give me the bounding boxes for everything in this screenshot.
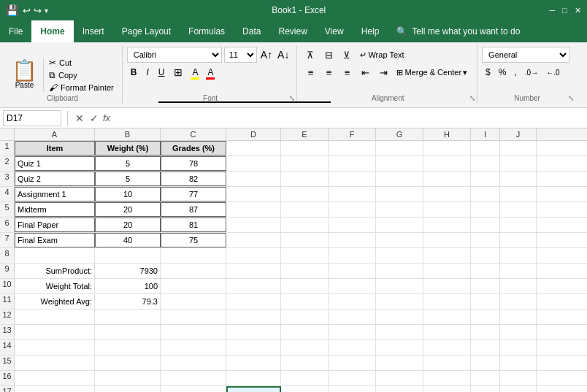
col-header-g[interactable]: G <box>376 128 423 140</box>
cell-d17-selected[interactable] <box>226 386 281 392</box>
font-expand-icon[interactable]: ⤡ <box>289 94 295 102</box>
col-header-b[interactable]: B <box>95 128 161 140</box>
cell-g2[interactable] <box>376 156 423 171</box>
row-number[interactable]: 15 <box>0 356 15 370</box>
menu-file[interactable]: File <box>0 20 31 42</box>
cell-f4[interactable] <box>329 187 376 201</box>
cell-h6[interactable] <box>423 218 471 232</box>
cell-f8[interactable] <box>329 248 376 263</box>
cell-b4[interactable]: 10 <box>95 187 161 201</box>
cell-d9[interactable] <box>226 264 281 278</box>
row-number[interactable]: 2 <box>0 156 15 171</box>
cell-g7[interactable] <box>376 233 423 247</box>
cell-e6[interactable] <box>281 218 329 232</box>
cell-d7[interactable] <box>226 233 281 247</box>
number-format-select[interactable]: General <box>482 47 569 63</box>
minimize-icon[interactable]: ─ <box>550 6 556 15</box>
row-number[interactable]: 14 <box>0 340 15 355</box>
undo-icon[interactable]: ↩ <box>23 5 31 16</box>
paste-button[interactable]: 📋 Paste <box>6 58 44 92</box>
cell-b3[interactable]: 5 <box>95 172 161 186</box>
copy-button[interactable]: ⧉ Copy <box>47 69 116 81</box>
cell-h7[interactable] <box>423 233 471 247</box>
cell-i3[interactable] <box>471 172 500 186</box>
cell-j11[interactable] <box>500 294 537 309</box>
cell-d6[interactable] <box>226 218 281 232</box>
cell-a2[interactable]: Quiz 1 <box>15 156 95 171</box>
cell-j10[interactable] <box>500 279 537 293</box>
cell-d3[interactable] <box>226 172 281 186</box>
cell-b1[interactable]: Weight (%) <box>95 141 161 155</box>
cell-g8[interactable] <box>376 248 423 263</box>
cell-a6[interactable]: Final Paper <box>15 218 95 232</box>
cell-e11[interactable] <box>281 294 329 309</box>
menu-formulas[interactable]: Formulas <box>180 20 234 42</box>
align-left-button[interactable]: ≡ <box>302 64 319 80</box>
cell-g11[interactable] <box>376 294 423 309</box>
menu-help[interactable]: Help <box>353 20 388 42</box>
cell-d2[interactable] <box>226 156 281 171</box>
cell-b8[interactable] <box>95 248 161 263</box>
cell-g5[interactable] <box>376 202 423 217</box>
align-right-button[interactable]: ≡ <box>338 64 356 80</box>
row-number[interactable]: 1 <box>0 141 15 155</box>
cell-d8[interactable] <box>226 248 281 263</box>
row-number[interactable]: 8 <box>0 248 15 263</box>
align-center-button[interactable]: ≡ <box>320 64 337 80</box>
align-middle-button[interactable]: ⊟ <box>320 47 337 63</box>
cell-i4[interactable] <box>471 187 500 201</box>
cell-d5[interactable] <box>226 202 281 217</box>
font-size-select[interactable]: 11 <box>224 47 257 63</box>
row-number[interactable]: 5 <box>0 202 15 217</box>
italic-button[interactable]: I <box>142 64 152 80</box>
cell-a9[interactable]: SumProduct: <box>15 264 95 278</box>
cell-e5[interactable] <box>281 202 329 217</box>
cell-h1[interactable] <box>423 141 471 155</box>
cell-j8[interactable] <box>500 248 537 263</box>
col-header-f[interactable]: F <box>329 128 376 140</box>
col-header-a[interactable]: A <box>15 128 95 140</box>
cell-h9[interactable] <box>423 264 471 278</box>
col-header-e[interactable]: E <box>281 128 329 140</box>
cell-j3[interactable] <box>500 172 537 186</box>
row-number[interactable]: 11 <box>0 294 15 309</box>
cell-e2[interactable] <box>281 156 329 171</box>
cell-f5[interactable] <box>329 202 376 217</box>
cell-c7[interactable]: 75 <box>161 233 226 247</box>
menu-review[interactable]: Review <box>269 20 315 42</box>
decrease-font-button[interactable]: A↓ <box>276 48 291 61</box>
align-top-button[interactable]: ⊼ <box>302 47 319 63</box>
cell-b2[interactable]: 5 <box>95 156 161 171</box>
cell-b10[interactable]: 100 <box>95 279 161 293</box>
cell-c10[interactable] <box>161 279 226 293</box>
cell-h4[interactable] <box>423 187 471 201</box>
cell-b6[interactable]: 20 <box>95 218 161 232</box>
cell-c2[interactable]: 78 <box>161 156 226 171</box>
cell-c3[interactable]: 82 <box>161 172 226 186</box>
bold-button[interactable]: B <box>127 64 141 80</box>
row-number[interactable]: 7 <box>0 233 15 247</box>
cell-d10[interactable] <box>226 279 281 293</box>
cell-h3[interactable] <box>423 172 471 186</box>
cell-j4[interactable] <box>500 187 537 201</box>
cell-f10[interactable] <box>329 279 376 293</box>
cell-j1[interactable] <box>500 141 537 155</box>
cell-h10[interactable] <box>423 279 471 293</box>
menu-view[interactable]: View <box>316 20 353 42</box>
cell-c4[interactable]: 77 <box>161 187 226 201</box>
cell-b9[interactable]: 7930 <box>95 264 161 278</box>
row-number[interactable]: 6 <box>0 218 15 232</box>
merge-dropdown-icon[interactable]: ▾ <box>463 68 467 77</box>
cell-g4[interactable] <box>376 187 423 201</box>
cell-i2[interactable] <box>471 156 500 171</box>
cell-j7[interactable] <box>500 233 537 247</box>
increase-font-button[interactable]: A↑ <box>259 48 274 61</box>
cancel-formula-button[interactable]: ✕ <box>74 112 85 124</box>
border-button[interactable]: ⊞ <box>170 64 186 80</box>
maximize-icon[interactable]: □ <box>562 6 567 15</box>
confirm-formula-button[interactable]: ✓ <box>88 112 100 124</box>
row-number[interactable]: 9 <box>0 264 15 278</box>
col-header-j[interactable]: J <box>500 128 537 140</box>
row-number[interactable]: 16 <box>0 371 15 385</box>
col-header-h[interactable]: H <box>423 128 471 140</box>
